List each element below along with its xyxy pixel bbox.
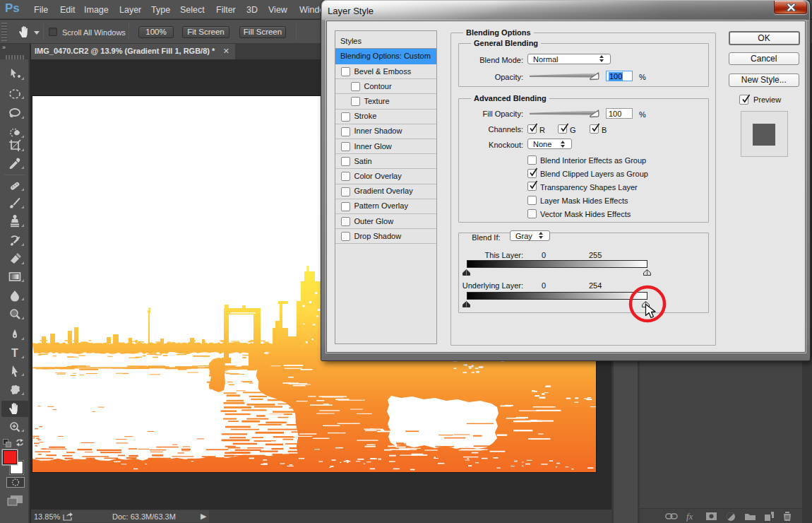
svg-text:T: T [11,347,18,359]
